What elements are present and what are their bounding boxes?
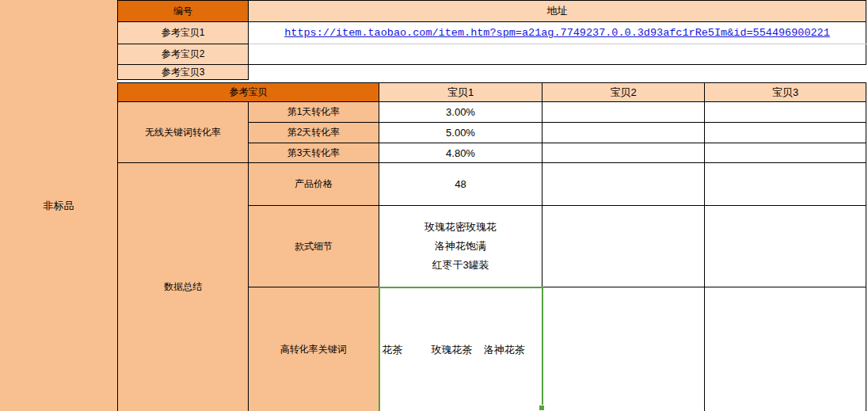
summary-group-cell[interactable]: 数据总结 xyxy=(118,163,249,411)
day1-conversion-item2-cell[interactable] xyxy=(542,102,705,123)
item2-column-header-cell[interactable]: 宝贝2 xyxy=(542,83,705,102)
keywords-label-cell[interactable]: 高转化率关键词 xyxy=(249,287,379,411)
item1-column-header-cell[interactable]: 宝贝1 xyxy=(379,83,542,102)
keywords-item2-cell[interactable] xyxy=(542,287,705,411)
day2-conversion-label: 第2天转化率 xyxy=(287,127,341,138)
day2-conversion-item3-cell[interactable] xyxy=(705,123,866,143)
ref-item1-label-cell[interactable]: 参考宝贝1 xyxy=(118,22,249,44)
day3-conversion-item3-cell[interactable] xyxy=(705,143,866,163)
day2-conversion-label-cell[interactable]: 第2天转化率 xyxy=(249,123,379,143)
ref-item1-label: 参考宝贝1 xyxy=(162,27,205,38)
keywords-item3-cell[interactable] xyxy=(705,287,866,411)
category-label: 非标品 xyxy=(44,199,74,213)
day2-conversion-item2-cell[interactable] xyxy=(542,123,705,143)
id-header-cell[interactable]: 编号 xyxy=(118,1,249,22)
item3-column-label: 宝贝3 xyxy=(772,86,798,98)
item3-column-header-cell[interactable]: 宝贝3 xyxy=(705,83,866,102)
style-item2-cell[interactable] xyxy=(542,206,705,287)
item2-column-label: 宝贝2 xyxy=(610,86,636,98)
conversion-group-cell[interactable]: 无线关键词转化率 xyxy=(118,102,249,163)
fill-handle[interactable] xyxy=(539,405,545,411)
price-item3-cell[interactable] xyxy=(705,163,866,206)
price-item2-cell[interactable] xyxy=(542,163,705,206)
price-label: 产品价格 xyxy=(295,178,333,189)
day3-conversion-item2-cell[interactable] xyxy=(542,143,705,163)
ref-group-header-cell[interactable]: 参考宝贝 xyxy=(118,83,379,102)
price-item1-cell[interactable]: 48 xyxy=(379,163,542,206)
style-item3-cell[interactable] xyxy=(705,206,866,287)
data-table: 参考宝贝 宝贝1 宝贝2 宝贝3 无线关键词转化率 第1天转化率 3.00% xyxy=(117,82,866,411)
style-detail-line: 洛神花饱满 xyxy=(379,237,542,256)
ref-item3-label: 参考宝贝3 xyxy=(162,67,205,78)
keywords-item1-text: 花茶 玫瑰花茶 洛神花茶 xyxy=(380,343,542,357)
ref-item2-label: 参考宝贝2 xyxy=(162,48,205,59)
ref-item3-url-cell[interactable] xyxy=(249,65,866,80)
day2-conversion-item1-cell[interactable]: 5.00% xyxy=(379,123,542,143)
day1-conversion-item1-cell[interactable]: 3.00% xyxy=(379,102,542,123)
day1-conversion-item3-cell[interactable] xyxy=(705,102,866,123)
style-label-cell[interactable]: 款式细节 xyxy=(249,206,379,287)
ref-item2-label-cell[interactable]: 参考宝贝2 xyxy=(118,44,249,65)
day1-conversion-label: 第1天转化率 xyxy=(287,106,341,117)
summary-group-label: 数据总结 xyxy=(164,281,202,292)
ref-group-header-label: 参考宝贝 xyxy=(230,86,268,97)
ref-item3-label-cell[interactable]: 参考宝贝3 xyxy=(118,65,249,80)
day3-conversion-label: 第3天转化率 xyxy=(287,147,341,158)
item1-column-label: 宝贝1 xyxy=(447,86,474,98)
day3-conversion-item1-cell[interactable]: 4.80% xyxy=(379,143,542,163)
style-label: 款式细节 xyxy=(295,241,333,252)
price-label-cell[interactable]: 产品价格 xyxy=(249,163,379,206)
reference-url-table: 编号 地址 参考宝贝1 https://item.taobao.com/item… xyxy=(117,0,866,80)
spreadsheet: 非标品 编号 地址 参考宝贝1 https://item.taobao.com/… xyxy=(0,0,868,411)
address-header-label: 地址 xyxy=(547,5,568,17)
style-detail-line: 玫瑰花密玫瑰花 xyxy=(379,218,542,237)
ref-item1-url-cell[interactable]: https://item.taobao.com/item.htm?spm=a21… xyxy=(249,22,866,44)
day1-conversion-label-cell[interactable]: 第1天转化率 xyxy=(249,102,379,123)
id-header-label: 编号 xyxy=(173,6,192,17)
taobao-item-link[interactable]: https://item.taobao.com/item.htm?spm=a21… xyxy=(284,27,830,39)
selected-keywords-cell[interactable]: 花茶 玫瑰花茶 洛神花茶 xyxy=(379,287,542,411)
day3-conversion-label-cell[interactable]: 第3天转化率 xyxy=(249,143,379,163)
style-detail-line: 红枣干3罐装 xyxy=(379,256,542,275)
ref-item2-url-cell[interactable] xyxy=(249,44,866,65)
keywords-label: 高转化率关键词 xyxy=(280,344,347,355)
address-header-cell[interactable]: 地址 xyxy=(249,1,866,22)
category-cell[interactable]: 非标品 xyxy=(0,0,117,411)
conversion-group-label: 无线关键词转化率 xyxy=(145,127,221,138)
style-item1-cell[interactable]: 玫瑰花密玫瑰花 洛神花饱满 红枣干3罐装 xyxy=(379,206,542,287)
